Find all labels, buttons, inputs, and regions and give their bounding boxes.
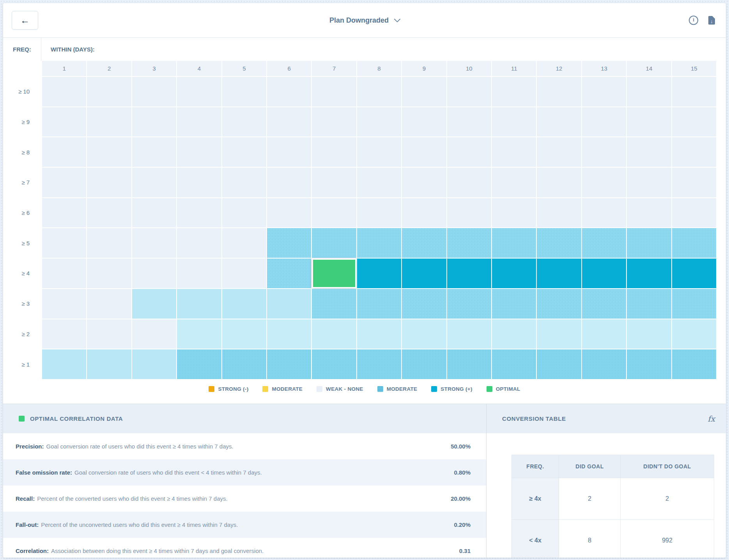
heatmap-cell[interactable] xyxy=(312,319,356,349)
heatmap-cell[interactable] xyxy=(672,198,716,228)
heatmap-cell[interactable] xyxy=(177,168,221,197)
heatmap-cell[interactable] xyxy=(132,137,176,167)
heatmap-cell[interactable] xyxy=(267,349,311,379)
heatmap-cell[interactable] xyxy=(672,319,716,349)
heatmap-cell[interactable] xyxy=(87,259,131,288)
heatmap-cell[interactable] xyxy=(402,259,446,288)
heatmap-cell[interactable] xyxy=(537,319,581,349)
heatmap-cell[interactable] xyxy=(672,107,716,137)
heatmap-cell[interactable] xyxy=(447,137,491,167)
heatmap-cell[interactable] xyxy=(222,77,266,106)
heatmap-cell[interactable] xyxy=(582,349,626,379)
heatmap-cell[interactable] xyxy=(582,259,626,288)
heatmap-cell[interactable] xyxy=(222,319,266,349)
heatmap-cell[interactable] xyxy=(537,107,581,137)
heatmap-cell[interactable] xyxy=(357,289,401,319)
heatmap-cell[interactable] xyxy=(177,137,221,167)
heatmap-cell[interactable] xyxy=(357,168,401,197)
event-title-dropdown[interactable]: Plan Downgraded xyxy=(329,16,400,25)
heatmap-cell[interactable] xyxy=(447,168,491,197)
heatmap-cell[interactable] xyxy=(267,168,311,197)
heatmap-cell[interactable] xyxy=(357,137,401,167)
heatmap-cell[interactable] xyxy=(177,349,221,379)
heatmap-cell[interactable] xyxy=(267,228,311,258)
heatmap-cell[interactable] xyxy=(447,319,491,349)
heatmap-cell[interactable] xyxy=(447,259,491,288)
heatmap-cell[interactable] xyxy=(402,289,446,319)
heatmap-cell[interactable] xyxy=(357,319,401,349)
heatmap-cell[interactable] xyxy=(267,198,311,228)
heatmap-cell[interactable] xyxy=(42,198,86,228)
heatmap-cell[interactable] xyxy=(537,198,581,228)
heatmap-cell[interactable] xyxy=(132,198,176,228)
heatmap-cell[interactable] xyxy=(357,259,401,288)
heatmap-cell[interactable] xyxy=(627,107,671,137)
heatmap-cell[interactable] xyxy=(312,168,356,197)
heatmap-cell[interactable] xyxy=(447,77,491,106)
heatmap-cell[interactable] xyxy=(627,168,671,197)
heatmap-cell[interactable] xyxy=(312,289,356,319)
heatmap-cell[interactable] xyxy=(447,349,491,379)
heatmap-cell[interactable] xyxy=(222,107,266,137)
heatmap-cell[interactable] xyxy=(312,137,356,167)
heatmap-cell[interactable] xyxy=(672,137,716,167)
heatmap-cell[interactable] xyxy=(582,168,626,197)
heatmap-cell[interactable] xyxy=(177,289,221,319)
heatmap-cell[interactable] xyxy=(627,137,671,167)
heatmap-cell[interactable] xyxy=(87,198,131,228)
heatmap-cell[interactable] xyxy=(87,319,131,349)
heatmap-cell[interactable] xyxy=(132,259,176,288)
heatmap-cell[interactable] xyxy=(537,349,581,379)
heatmap-cell[interactable] xyxy=(312,107,356,137)
heatmap-cell[interactable] xyxy=(267,137,311,167)
heatmap-cell[interactable] xyxy=(177,319,221,349)
heatmap-cell[interactable] xyxy=(672,77,716,106)
heatmap-cell[interactable] xyxy=(672,259,716,288)
heatmap-cell[interactable] xyxy=(222,168,266,197)
heatmap-cell[interactable] xyxy=(132,77,176,106)
heatmap-cell[interactable] xyxy=(402,228,446,258)
heatmap-cell[interactable] xyxy=(582,107,626,137)
heatmap-cell[interactable] xyxy=(267,289,311,319)
heatmap-cell[interactable] xyxy=(492,349,536,379)
heatmap-cell[interactable] xyxy=(42,319,86,349)
heatmap-cell[interactable] xyxy=(672,168,716,197)
heatmap-cell[interactable] xyxy=(222,289,266,319)
heatmap-cell[interactable] xyxy=(132,107,176,137)
heatmap-cell[interactable] xyxy=(42,259,86,288)
heatmap-cell[interactable] xyxy=(492,137,536,167)
heatmap-cell[interactable] xyxy=(312,77,356,106)
heatmap-cell[interactable] xyxy=(582,319,626,349)
heatmap-cell[interactable] xyxy=(267,77,311,106)
heatmap-cell[interactable] xyxy=(447,289,491,319)
heatmap-cell[interactable] xyxy=(537,289,581,319)
heatmap-cell[interactable] xyxy=(87,289,131,319)
download-icon[interactable] xyxy=(708,16,715,25)
heatmap-cell[interactable] xyxy=(177,198,221,228)
heatmap-cell[interactable] xyxy=(582,198,626,228)
heatmap-cell[interactable] xyxy=(177,107,221,137)
heatmap-cell[interactable] xyxy=(537,137,581,167)
heatmap-cell[interactable] xyxy=(492,289,536,319)
heatmap-cell[interactable] xyxy=(267,319,311,349)
heatmap-cell[interactable] xyxy=(132,349,176,379)
heatmap-cell[interactable] xyxy=(267,259,311,288)
heatmap-cell[interactable] xyxy=(177,228,221,258)
heatmap-cell[interactable] xyxy=(402,198,446,228)
heatmap-cell[interactable] xyxy=(357,228,401,258)
heatmap-cell[interactable] xyxy=(42,107,86,137)
heatmap-cell[interactable] xyxy=(537,259,581,288)
heatmap-cell[interactable] xyxy=(177,259,221,288)
heatmap-cell[interactable] xyxy=(402,168,446,197)
heatmap-cell[interactable] xyxy=(492,198,536,228)
back-button[interactable]: ← xyxy=(12,11,38,30)
heatmap-cell[interactable] xyxy=(627,228,671,258)
heatmap-cell[interactable] xyxy=(402,349,446,379)
heatmap-cell[interactable] xyxy=(267,107,311,137)
heatmap-cell[interactable] xyxy=(222,349,266,379)
heatmap-cell[interactable] xyxy=(582,289,626,319)
heatmap-cell[interactable] xyxy=(42,77,86,106)
heatmap-cell-optimal[interactable] xyxy=(312,259,356,288)
heatmap-cell[interactable] xyxy=(492,77,536,106)
heatmap-cell[interactable] xyxy=(357,198,401,228)
